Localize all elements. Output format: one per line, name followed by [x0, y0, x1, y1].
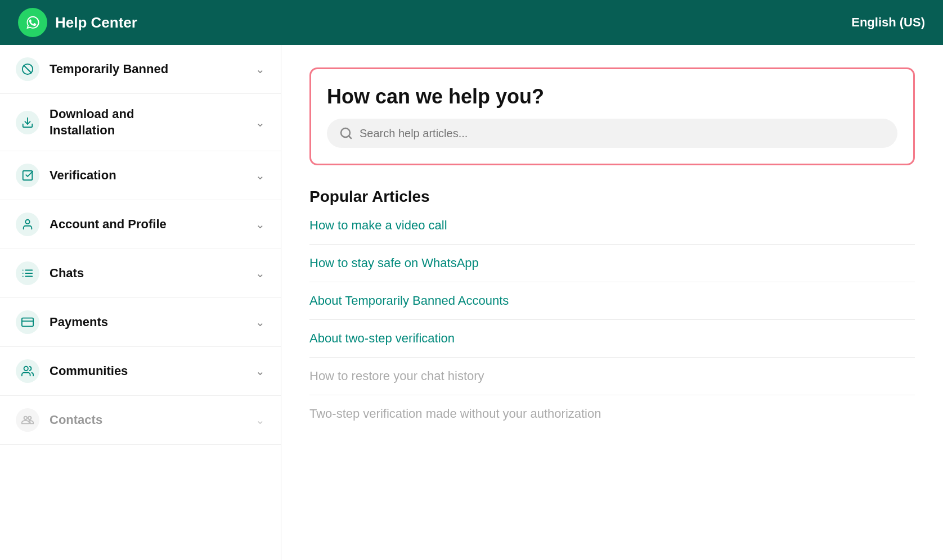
- payments-icon-container: [16, 310, 39, 334]
- article-link-restore-chat[interactable]: How to restore your chat history: [309, 369, 915, 383]
- contacts-icon-container: [16, 408, 39, 432]
- verification-icon: [21, 169, 34, 182]
- chevron-down-icon: ⌄: [255, 116, 265, 129]
- header: Help Center English (US): [0, 0, 943, 45]
- svg-point-14: [24, 367, 28, 371]
- article-divider: [309, 244, 915, 245]
- article-link-temp-banned[interactable]: About Temporarily Banned Accounts: [309, 293, 915, 308]
- sidebar-item-chats[interactable]: Chats ⌄: [0, 249, 281, 298]
- sidebar-item-verification[interactable]: Verification ⌄: [0, 151, 281, 200]
- article-divider: [309, 357, 915, 358]
- sidebar: Temporarily Banned ⌄ Download andInstall…: [0, 45, 281, 560]
- svg-rect-12: [22, 318, 33, 327]
- search-bar: [327, 119, 897, 148]
- article-divider: [309, 282, 915, 282]
- chevron-down-icon: ⌄: [255, 267, 265, 280]
- sidebar-item-payments[interactable]: Payments ⌄: [0, 298, 281, 347]
- search-icon: [339, 127, 353, 140]
- search-section: How can we help you?: [309, 67, 915, 165]
- account-icon: [21, 218, 34, 231]
- svg-line-16: [349, 136, 351, 138]
- account-icon-container: [16, 213, 39, 236]
- svg-point-0: [23, 13, 42, 32]
- whatsapp-logo-icon: [23, 13, 42, 32]
- header-title: Help Center: [55, 14, 137, 31]
- sidebar-item-label: Account and Profile: [50, 216, 245, 233]
- contacts-icon: [21, 414, 34, 426]
- article-divider: [309, 395, 915, 395]
- sidebar-item-contacts[interactable]: Contacts ⌄: [0, 396, 281, 445]
- ban-icon: [21, 63, 34, 75]
- sidebar-item-communities[interactable]: Communities ⌄: [0, 347, 281, 396]
- sidebar-item-label: Contacts: [50, 412, 245, 428]
- article-link-two-step[interactable]: About two-step verification: [309, 331, 915, 346]
- article-link-stay-safe[interactable]: How to stay safe on WhatsApp: [309, 256, 915, 270]
- svg-rect-4: [23, 171, 33, 180]
- download-icon: [21, 116, 34, 129]
- chats-icon-container: [16, 261, 39, 285]
- sidebar-item-label: Download andInstallation: [50, 106, 245, 138]
- sidebar-item-temporarily-banned[interactable]: Temporarily Banned ⌄: [0, 45, 281, 94]
- chevron-down-icon: ⌄: [255, 315, 265, 329]
- chevron-down-icon: ⌄: [255, 169, 265, 182]
- whatsapp-logo: [18, 8, 47, 37]
- download-icon-container: [16, 111, 39, 134]
- sidebar-item-label: Verification: [50, 168, 245, 184]
- popular-articles-title: Popular Articles: [309, 188, 915, 206]
- header-left: Help Center: [18, 8, 137, 37]
- sidebar-item-label: Communities: [50, 363, 245, 380]
- svg-line-2: [24, 66, 32, 73]
- sidebar-item-download-installation[interactable]: Download andInstallation ⌄: [0, 94, 281, 151]
- verification-icon-container: [16, 164, 39, 187]
- svg-point-5: [25, 220, 29, 224]
- main-layout: Temporarily Banned ⌄ Download andInstall…: [0, 45, 943, 560]
- sidebar-item-label: Chats: [50, 265, 245, 282]
- communities-icon: [21, 365, 34, 377]
- chevron-down-icon: ⌄: [255, 218, 265, 231]
- chevron-down-icon: ⌄: [255, 62, 265, 76]
- chats-icon: [21, 267, 34, 279]
- chevron-down-icon: ⌄: [255, 364, 265, 378]
- sidebar-item-account-profile[interactable]: Account and Profile ⌄: [0, 200, 281, 249]
- ban-icon-container: [16, 57, 39, 81]
- sidebar-item-label: Payments: [50, 314, 245, 331]
- sidebar-item-label: Temporarily Banned: [50, 61, 245, 78]
- search-title: How can we help you?: [327, 85, 897, 109]
- article-divider: [309, 319, 915, 320]
- article-link-two-step-auth[interactable]: Two-step verification made without your …: [309, 407, 915, 421]
- main-content: How can we help you? Popular Articles Ho…: [281, 45, 943, 560]
- search-input[interactable]: [360, 127, 885, 140]
- article-link-video-call[interactable]: How to make a video call: [309, 218, 915, 233]
- chevron-down-icon: ⌄: [255, 413, 265, 427]
- communities-icon-container: [16, 359, 39, 383]
- language-selector[interactable]: English (US): [851, 15, 925, 30]
- payments-icon: [21, 316, 34, 328]
